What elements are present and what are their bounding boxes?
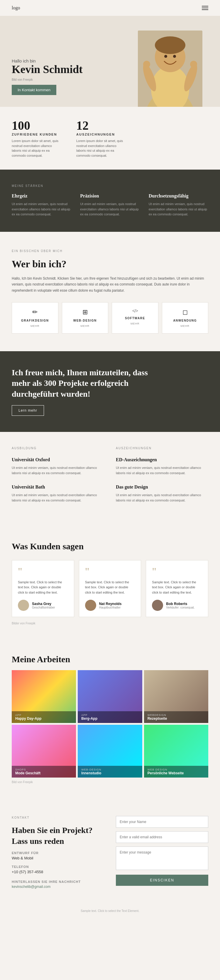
portfolio-overlay-1: APP Berg-App	[78, 711, 142, 723]
skill-card-2[interactable]: </> SOFTWARE MEHR	[112, 302, 158, 334]
skill-mehr-3[interactable]: MEHR	[167, 325, 204, 328]
testimonials-heading: Was Kunden sagen	[12, 541, 208, 551]
skill-card-0[interactable]: ✏ GRAFIKDESIGN MEHR	[12, 302, 58, 334]
testimonials-photo-credit: Bilder von Freepik	[12, 622, 208, 625]
contact-right: EINSCIKEN	[116, 816, 208, 889]
svg-point-9	[143, 61, 150, 68]
footer: Sample text. Click to select the Text El…	[0, 906, 220, 918]
contact-email-input[interactable]	[116, 831, 208, 843]
navbar: logo	[0, 0, 220, 16]
stat-awards: 12 AUSZEICHNUNGEN Lorem ipsum dolor sit …	[76, 119, 123, 158]
awards-label: AUSZEICHNUNGEN	[116, 447, 208, 450]
strength-desc-1: Ut enim ad minim veniam, quis nostrud ex…	[80, 202, 140, 217]
testimonial-text-1: Sample text. Click to select the text bo…	[85, 580, 135, 595]
cta-text: Ich freue mich, Ihnen mitzuteilen, dass …	[12, 368, 158, 399]
about-heading: Wer bin ich?	[12, 258, 208, 270]
edu-item-1: Universität Bath Ut enim ad minim veniam…	[12, 484, 104, 503]
cta-button[interactable]: Lern mehr	[12, 405, 44, 416]
portfolio-title-2: Rezeptseite	[148, 716, 205, 721]
strength-title-2: Durchsetzungsfähig	[149, 193, 208, 199]
edu-label: AUSBILDUNG	[12, 447, 104, 450]
skill-mehr-1[interactable]: MEHR	[67, 325, 104, 328]
footer-note: Sample text. Click to select the Text El…	[12, 909, 208, 913]
skill-mehr-2[interactable]: MEHR	[117, 322, 153, 325]
edu-desc-0: Ut enim ad minim veniam, quis nostrud ex…	[12, 465, 104, 476]
skill-card-3[interactable]: ◻ ANWENDUNG MEHR	[162, 302, 209, 334]
portfolio-item-4[interactable]: WEB-DESIGN Innenstudio	[78, 725, 142, 778]
contact-button[interactable]: In Kontakt kommen	[12, 85, 56, 95]
svg-point-4	[155, 37, 185, 54]
edu-desc-1: Ut enim ad minim veniam, quis nostrud ex…	[12, 493, 104, 503]
portfolio-overlay-3: SHOPS Mode Geschäft	[12, 766, 76, 778]
contact-msg-label: Hinterlassen Sie Ihre Nachricht	[12, 880, 104, 883]
contact-submit-button[interactable]: EINSCIKEN	[116, 875, 208, 886]
portfolio-overlay-4: WEB-DESIGN Innenstudio	[78, 766, 142, 778]
about-section-label: EIN BISSCHEN ÜBER MICH	[12, 250, 208, 253]
hero-image	[132, 30, 208, 107]
stat-clients-number: 100	[12, 119, 59, 133]
portfolio-grid: APP Happy Day-App APP Berg-App WEBDESIGN…	[12, 670, 208, 778]
author-role-2: Verkäufer: consequat.	[166, 606, 194, 609]
hero-photo-credit: Bild von Freepik	[12, 78, 132, 81]
portfolio-title-5: Persönliche Webseite	[148, 771, 205, 775]
testimonial-author-1: Nat Reynolds Hauptbuchhalter	[85, 600, 135, 611]
strengths-label: MEINE STÄRKEN	[12, 184, 208, 188]
portfolio-item-0[interactable]: APP Happy Day-App	[12, 670, 76, 723]
edu-item-0: Universität Oxford Ut enim ad minim veni…	[12, 457, 104, 476]
testimonial-card-2[interactable]: " Sample text. Click to select the text …	[146, 560, 208, 617]
portfolio-tag-1: APP	[81, 714, 139, 716]
skills-grid: ✏ GRAFIKDESIGN MEHR ⊞ WEB-DESIGN MEHR </…	[12, 302, 208, 334]
award-item-0: ED-Auszeichnungen Ut enim ad minim venia…	[116, 457, 208, 476]
strength-item-1: Präzision Ut enim ad minim veniam, quis …	[80, 193, 140, 217]
avatar-2	[152, 600, 163, 611]
portfolio-item-5[interactable]: WEB DESIGN Persönliche Webseite	[144, 725, 208, 778]
portfolio-title-4: Innenstudio	[81, 771, 139, 775]
contact-phone: +10 (57) 357-4558	[12, 870, 104, 874]
contact-message-input[interactable]	[116, 846, 208, 870]
quote-icon-1: "	[85, 566, 135, 577]
strength-desc-2: Ut enim ad minim veniam, quis nostrud ex…	[149, 202, 208, 217]
testimonial-author-2: Bob Roberts Verkäufer: consequat.	[152, 600, 202, 611]
contact-for-value: Web & Mobil	[12, 856, 104, 860]
edu-title-0: Universität Oxford	[12, 457, 104, 463]
web-design-icon: ⊞	[67, 309, 104, 316]
about-description: Hallo, Ich bin Kevin Schmidt. Klicken Si…	[12, 275, 208, 293]
portfolio-overlay-0: APP Happy Day-App	[12, 711, 76, 723]
cta-section: Ich freue mich, Ihnen mitzuteilen, dass …	[0, 351, 220, 432]
portfolio-heading: Meine Arbeiten	[12, 654, 208, 664]
stat-clients: 100 ZUFRIEDENE KUNDEN Lorem ipsum dolor …	[12, 119, 59, 158]
author-info-2: Bob Roberts Verkäufer: consequat.	[166, 602, 194, 609]
portfolio-overlay-5: WEB DESIGN Persönliche Webseite	[144, 766, 208, 778]
logo: logo	[12, 5, 20, 11]
portfolio-title-1: Berg-App	[81, 716, 139, 721]
portfolio-tag-5: WEB DESIGN	[148, 768, 205, 771]
strength-title-0: Ehrgeiz	[12, 193, 71, 199]
contact-for-label: Entwurf für	[12, 851, 104, 855]
portfolio-item-2[interactable]: WEBDESIGN Rezeptseite	[144, 670, 208, 723]
strength-desc-0: Ut enim ad minim veniam, quis nostrud ex…	[12, 202, 71, 217]
portfolio-item-3[interactable]: SHOPS Mode Geschäft	[12, 725, 76, 778]
author-name-2: Bob Roberts	[166, 602, 194, 606]
svg-point-6	[173, 55, 176, 58]
strengths-section: MEINE STÄRKEN Ehrgeiz Ut enim ad minim v…	[0, 170, 220, 232]
skill-mehr-0[interactable]: MEHR	[17, 325, 53, 328]
stat-clients-desc: Lorem ipsum dolor sit amet, quis nostrud…	[12, 138, 59, 158]
stat-clients-label: ZUFRIEDENE KUNDEN	[12, 133, 59, 136]
hamburger-button[interactable]	[202, 6, 208, 10]
portfolio-item-1[interactable]: APP Berg-App	[78, 670, 142, 723]
svg-point-10	[190, 61, 197, 68]
testimonial-card-0[interactable]: " Sample text. Click to select the text …	[12, 560, 74, 617]
contact-email: kevinschelib@gmail.com	[12, 885, 104, 889]
svg-point-5	[164, 55, 167, 58]
author-name-1: Nat Reynolds	[99, 602, 122, 606]
author-info-1: Nat Reynolds Hauptbuchhalter	[99, 602, 122, 609]
avatar-0	[18, 600, 29, 611]
author-role-0: Geschäftsinhaber	[32, 606, 55, 609]
contact-name-input[interactable]	[116, 816, 208, 828]
portfolio-title-3: Mode Geschäft	[15, 771, 72, 775]
portfolio-photo-credit: Bild von Freepik	[12, 781, 208, 784]
testimonial-card-1[interactable]: " Sample text. Click to select the text …	[79, 560, 141, 617]
contact-heading: Haben Sie ein Projekt? Lass uns reden	[12, 825, 104, 846]
skill-card-1[interactable]: ⊞ WEB-DESIGN MEHR	[62, 302, 108, 334]
contact-phone-label: Telefon	[12, 865, 104, 869]
